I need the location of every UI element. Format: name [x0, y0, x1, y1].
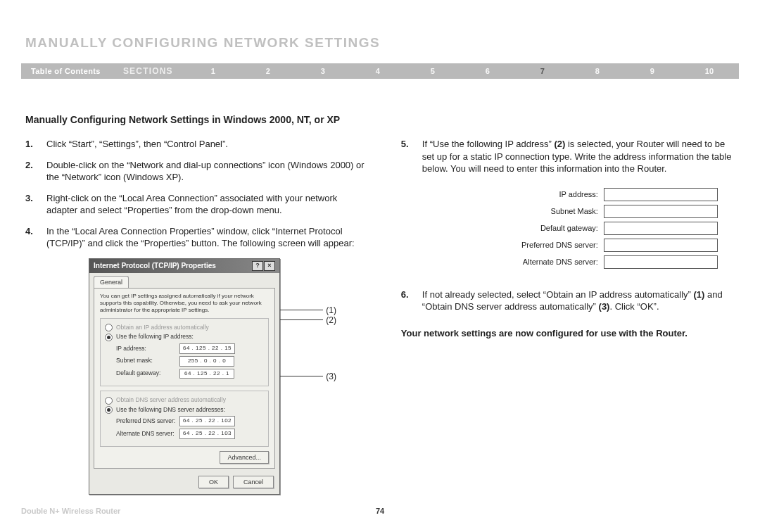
worksheet-label: Default gateway:	[500, 223, 604, 234]
radio-auto-ip[interactable]	[105, 324, 113, 331]
step-text: If not already selected, select “Obtain …	[422, 289, 735, 313]
advanced-button[interactable]: Advanced...	[220, 451, 269, 464]
tcpip-properties-dialog: Internet Protocol (TCP/IP) Properties ? …	[89, 258, 280, 495]
field-label: IP address:	[116, 345, 179, 353]
worksheet-row: Subnet Mask:	[500, 205, 735, 218]
subheading: Manually Configuring Network Settings in…	[25, 114, 735, 125]
field-label: Alternate DNS server:	[116, 430, 179, 438]
section-navbar: Table of Contents SECTIONS 12345678910	[21, 63, 739, 79]
step-num: 2.	[25, 159, 46, 184]
field-row: Subnet mask:255 . 0 . 0 . 0	[116, 356, 264, 367]
section-link-6[interactable]: 6	[486, 67, 490, 75]
worksheet-field[interactable]	[604, 222, 718, 235]
step-text: Double-click on the “Network and dial-up…	[46, 159, 366, 184]
footer-product: Double N+ Wireless Router	[21, 507, 120, 515]
worksheet-field[interactable]	[604, 255, 718, 269]
page-title: MANUALLY CONFIGURING NETWORK SETTINGS	[25, 35, 739, 51]
field-row: Default gateway:64 . 125 . 22 . 1	[116, 369, 264, 379]
step-text: Click “Start”, “Settings”, then “Control…	[46, 138, 366, 151]
worksheet-field[interactable]	[604, 205, 718, 218]
ip-input[interactable]: 64 . 25 . 22 . 103	[179, 429, 235, 439]
dialog-title: Internet Protocol (TCP/IP) Properties	[94, 261, 216, 271]
field-row: Preferred DNS server:64 . 25 . 22 . 102	[116, 416, 264, 426]
worksheet-label: Alternate DNS server:	[500, 257, 604, 267]
column-left: 1.Click “Start”, “Settings”, then “Contr…	[25, 138, 366, 495]
ip-input[interactable]: 64 . 25 . 22 . 102	[179, 416, 235, 426]
section-link-1[interactable]: 1	[211, 67, 215, 75]
dialog-desc: You can get IP settings assigned automat…	[100, 293, 269, 314]
section-link-4[interactable]: 4	[376, 67, 380, 75]
callout-3: (3)	[326, 371, 336, 382]
field-label: Subnet mask:	[116, 357, 179, 365]
worksheet-field[interactable]	[604, 188, 718, 201]
worksheet-row: IP address:	[500, 188, 735, 201]
worksheet-field[interactable]	[604, 239, 718, 252]
step-3: 3.Right-click on the “Local Area Connect…	[25, 192, 366, 217]
field-row: IP address:64 . 125 . 22 . 15	[116, 343, 264, 354]
field-row: Alternate DNS server:64 . 25 . 22 . 103	[116, 429, 264, 439]
help-icon[interactable]: ?	[252, 261, 263, 271]
radio-auto-dns[interactable]	[105, 397, 113, 405]
page-number: 74	[376, 507, 384, 515]
body: Manually Configuring Network Settings in…	[21, 114, 739, 495]
worksheet-label: Subnet Mask:	[500, 206, 604, 217]
radio-use-ip-label: Use the following IP address:	[116, 333, 194, 341]
radio-auto-ip-label: Obtain an IP address automatically	[116, 324, 209, 331]
worksheet-row: Default gateway:	[500, 222, 735, 235]
sections-label: SECTIONS	[110, 66, 186, 76]
step-6: 6. If not already selected, select “Obta…	[401, 289, 735, 313]
step-text: Right-click on the “Local Area Connectio…	[46, 192, 366, 217]
section-links: 12345678910	[186, 67, 739, 75]
step-num: 6.	[401, 289, 422, 313]
step-5: 5. If “Use the following IP address” (2)…	[401, 138, 735, 175]
dialog-screenshot: Internet Protocol (TCP/IP) Properties ? …	[89, 258, 366, 495]
step-2: 2.Double-click on the “Network and dial-…	[25, 159, 366, 184]
section-link-2[interactable]: 2	[266, 67, 270, 75]
field-label: Preferred DNS server:	[116, 417, 179, 425]
radio-auto-dns-label: Obtain DNS server address automatically	[116, 396, 226, 404]
radio-use-dns-label: Use the following DNS server addresses:	[116, 406, 225, 414]
section-link-5[interactable]: 5	[431, 67, 435, 75]
section-link-9[interactable]: 9	[650, 67, 654, 75]
step-num: 4.	[25, 225, 46, 250]
section-link-7[interactable]: 7	[540, 67, 545, 75]
worksheet-label: Preferred DNS server:	[500, 240, 604, 251]
field-label: Default gateway:	[116, 369, 179, 377]
step-num: 3.	[25, 192, 46, 217]
step-num: 5.	[401, 138, 422, 175]
ip-input[interactable]: 64 . 125 . 22 . 1	[179, 369, 234, 379]
ip-input[interactable]: 255 . 0 . 0 . 0	[179, 356, 234, 367]
closing-note: Your network settings are now configured…	[401, 327, 735, 340]
section-link-8[interactable]: 8	[595, 67, 600, 75]
step-1: 1.Click “Start”, “Settings”, then “Contr…	[25, 138, 366, 151]
radio-use-ip[interactable]	[105, 334, 113, 341]
dns-fieldset: Obtain DNS server address automatically …	[100, 391, 269, 447]
worksheet-label: IP address:	[500, 189, 604, 200]
ip-input[interactable]: 64 . 125 . 22 . 15	[179, 343, 235, 354]
callout-2: (2)	[326, 315, 336, 326]
tab-general[interactable]: General	[94, 276, 129, 288]
step-4: 4.In the “Local Area Connection Properti…	[25, 225, 366, 250]
step-text: In the “Local Area Connection Properties…	[46, 225, 366, 250]
column-right: 5. If “Use the following IP address” (2)…	[401, 138, 735, 495]
worksheet-row: Alternate DNS server:	[500, 255, 735, 269]
section-link-10[interactable]: 10	[705, 67, 714, 75]
cancel-button[interactable]: Cancel	[233, 476, 274, 488]
footer: Double N+ Wireless Router 74	[21, 507, 739, 515]
ip-fieldset: Obtain an IP address automatically Use t…	[100, 318, 269, 386]
section-link-3[interactable]: 3	[321, 67, 325, 75]
worksheet-row: Preferred DNS server:	[500, 239, 735, 252]
radio-use-dns[interactable]	[105, 406, 113, 414]
step-num: 1.	[25, 138, 46, 151]
close-icon[interactable]: ×	[264, 261, 275, 271]
toc-link[interactable]: Table of Contents	[21, 67, 110, 75]
dialog-titlebar: Internet Protocol (TCP/IP) Properties ? …	[89, 259, 279, 273]
columns: 1.Click “Start”, “Settings”, then “Contr…	[25, 138, 735, 495]
ok-button[interactable]: OK	[198, 476, 229, 488]
step-text: If “Use the following IP address” (2) is…	[422, 138, 735, 175]
address-worksheet: IP address:Subnet Mask:Default gateway:P…	[500, 188, 735, 269]
manual-page: MANUALLY CONFIGURING NETWORK SETTINGS Ta…	[0, 0, 760, 532]
